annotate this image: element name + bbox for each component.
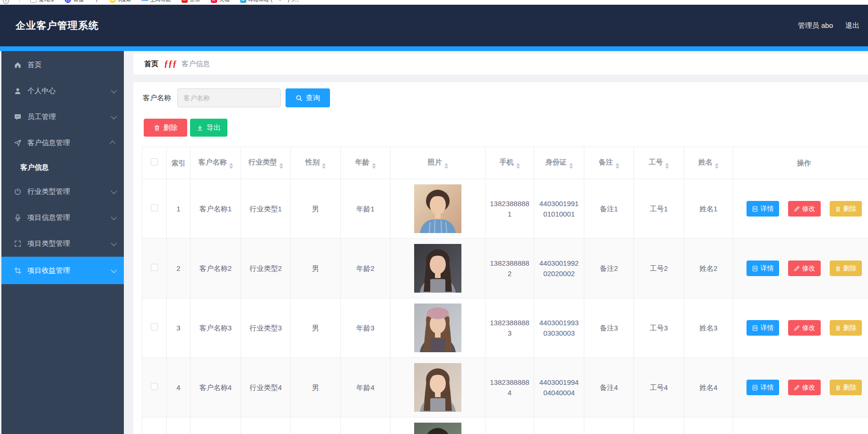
trash-icon: [835, 384, 841, 391]
sidebar-subitem-customer-info[interactable]: 客户信息: [1, 156, 124, 179]
pen-icon: [793, 384, 800, 391]
bookmark-item[interactable]: 天天猫: [211, 0, 230, 3]
column-label: 身份证: [546, 158, 567, 166]
bookmark-item[interactable]: 2345上网导航: [142, 0, 171, 3]
bookmark-item[interactable]: JD京东: [182, 0, 200, 3]
column-label: 客户名称: [199, 158, 227, 166]
row-delete-button[interactable]: 删除: [830, 380, 862, 395]
document-icon: [752, 384, 758, 391]
breadcrumb-home-link[interactable]: 首页: [144, 60, 158, 69]
cell-job: 工号1: [634, 179, 684, 239]
sort-control[interactable]: [665, 163, 669, 169]
home-icon: [14, 61, 22, 69]
bookmark-item[interactable]: J搜索: [110, 0, 131, 3]
column-header-phone[interactable]: 手机: [486, 147, 534, 179]
sidebar-item-project-info[interactable]: 项目信息管理: [1, 205, 124, 231]
customer-name-search-input[interactable]: [177, 88, 281, 107]
bookmark-item[interactable]: 下: [94, 0, 99, 3]
sidebar-item-project-type[interactable]: 项目类型管理: [1, 231, 124, 257]
app-title: 企业客户管理系统: [16, 19, 99, 32]
bookmark-item[interactable]: 爱纯净: [30, 0, 54, 3]
row-delete-button[interactable]: 删除: [830, 201, 862, 217]
sort-control[interactable]: [516, 163, 520, 169]
row-edit-button[interactable]: 修改: [788, 201, 821, 217]
row-checkbox[interactable]: [151, 264, 158, 271]
column-label: 性别: [305, 158, 320, 166]
row-edit-button[interactable]: 修改: [788, 380, 821, 395]
bulk-delete-button[interactable]: 删除: [144, 119, 187, 137]
sort-control[interactable]: [229, 163, 233, 169]
column-header-remark[interactable]: 备注: [584, 147, 634, 179]
logout-link[interactable]: 退出: [845, 21, 859, 30]
column-header-name[interactable]: 客户名称: [191, 147, 241, 179]
document-icon: [752, 206, 758, 212]
table-row: 3客户名称3行业类型3男年龄3 138238888834403001993030…: [142, 298, 868, 358]
breadcrumb-current: 客户信息: [182, 60, 210, 69]
column-header-job[interactable]: 工号: [634, 147, 684, 179]
row-checkbox[interactable]: [151, 383, 158, 390]
cell-gender: 男: [291, 239, 341, 298]
sidebar-item-customer-info-mgmt[interactable]: 客户信息管理: [1, 130, 124, 156]
bookmark-item[interactable]: tv哔哩哔哩 ( ゜- ゜)つ...: [240, 0, 299, 3]
export-button[interactable]: 导出: [190, 119, 227, 137]
sidebar-item-label: 行业类型管理: [27, 187, 70, 196]
bookmark-label: 哔哩哔哩 ( ゜- ゜)つ...: [249, 0, 299, 3]
sort-control[interactable]: [279, 163, 283, 169]
row-detail-button[interactable]: 详情: [746, 201, 779, 217]
sort-control[interactable]: [569, 163, 573, 169]
cell-industry: 行业类型3: [241, 298, 291, 358]
row-checkbox[interactable]: [151, 323, 158, 330]
sidebar-item-industry-type[interactable]: 行业类型管理: [1, 179, 124, 205]
sort-control[interactable]: [616, 163, 619, 169]
sidebar-item-home[interactable]: 首页: [1, 52, 124, 78]
pen-icon: [793, 325, 800, 331]
cell-industry: 行业类型4: [241, 358, 291, 417]
column-label: 备注: [599, 158, 613, 166]
sort-control[interactable]: [715, 163, 719, 169]
cell-name: 客户名称1: [191, 179, 241, 239]
column-header-age[interactable]: 年龄: [341, 147, 391, 179]
row-detail-button[interactable]: 详情: [746, 320, 779, 336]
query-button[interactable]: 查询: [286, 88, 330, 107]
cell-industry: 行业类型1: [241, 179, 291, 239]
cell-idcard: 440300199303030003: [534, 298, 584, 358]
row-edit-button[interactable]: 修改: [788, 320, 821, 336]
column-header-photo[interactable]: 照片: [391, 147, 486, 179]
bookmark-label: J搜索: [118, 0, 131, 3]
row-detail-button[interactable]: 详情: [746, 260, 779, 276]
column-header-idcard[interactable]: 身份证: [534, 147, 584, 179]
cell-job: 工号5: [634, 417, 684, 434]
column-header-gender[interactable]: 性别: [291, 147, 341, 179]
app-header: 企业客户管理系统 管理员 abo 退出: [0, 5, 868, 46]
cell-age: 年龄4: [341, 358, 391, 417]
actions-cell: 详情 修改 删除: [733, 298, 868, 358]
crop-icon: [14, 267, 22, 275]
sort-control[interactable]: [444, 163, 448, 169]
row-select-cell: [142, 179, 167, 239]
row-delete-button[interactable]: 删除: [830, 260, 862, 276]
cell-name: 客户名称3: [191, 298, 241, 358]
cell-industry: 行业类型2: [241, 239, 291, 298]
sort-control[interactable]: [322, 163, 326, 169]
column-header-industry[interactable]: 行业类型: [241, 147, 291, 179]
browser-page-icon[interactable]: ≡: [3, 0, 9, 4]
sidebar-item-project-income[interactable]: 项目收益管理: [1, 257, 124, 284]
sidebar-item-staff[interactable]: 员工管理: [1, 104, 124, 130]
chevron-down-icon: [111, 267, 117, 273]
column-header-person[interactable]: 姓名: [684, 147, 733, 179]
sidebar-item-profile[interactable]: 个人中心: [1, 78, 124, 104]
select-all-checkbox[interactable]: [151, 158, 158, 165]
row-delete-button[interactable]: 删除: [830, 320, 862, 336]
sort-control[interactable]: [372, 163, 376, 169]
row-checkbox[interactable]: [151, 204, 158, 211]
content-area: 首页 ƒƒƒ 客户信息 客户名称 查询 删除: [124, 51, 868, 434]
row-edit-button[interactable]: 修改: [788, 260, 821, 276]
bookmark-item[interactable]: 凸百度: [65, 0, 84, 3]
cell-remark: 备注5: [584, 417, 634, 434]
table-row: 2客户名称2行业类型2男年龄2 138238888824403001992020…: [142, 239, 868, 298]
cell-name: 客户名称4: [191, 358, 241, 417]
row-detail-button[interactable]: 详情: [746, 380, 779, 395]
customer-photo: [414, 244, 461, 293]
sidebar-item-label: 客户信息管理: [27, 139, 70, 148]
trash-icon: [835, 206, 841, 212]
